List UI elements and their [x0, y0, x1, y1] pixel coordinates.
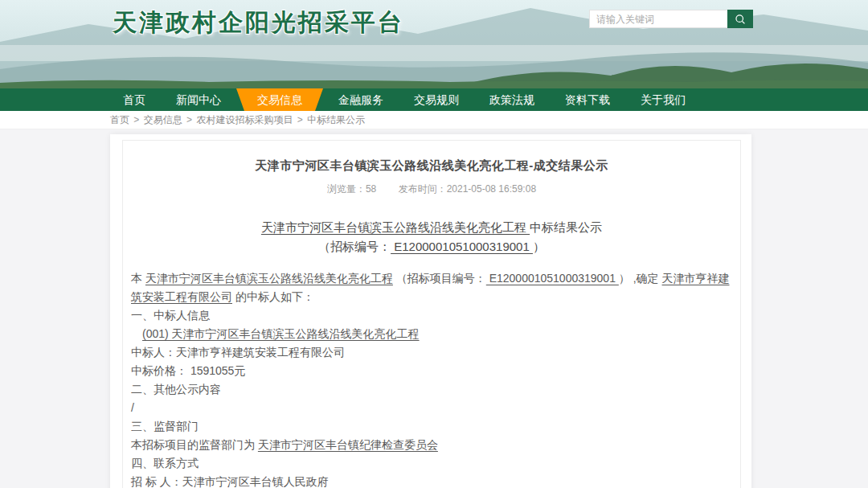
- text-segment: E1200001051000319001: [486, 272, 619, 285]
- site-title: 天津政村企阳光招采平台: [113, 6, 404, 39]
- section-1-heading: 一、中标人信息: [131, 306, 732, 325]
- winning-bid-item: (001) 天津市宁河区丰台镇滨玉公路线沿线美化亮化工程: [131, 325, 732, 343]
- publish-value: 2021-05-08 16:59:08: [447, 183, 536, 195]
- breadcrumb-separator: >: [294, 114, 305, 125]
- text-segment: /: [131, 401, 134, 414]
- section-2-heading: 二、其他公示内容: [131, 380, 732, 399]
- text-segment: 中标结果公示: [530, 220, 602, 234]
- text-segment: 天津市宁河区丰台镇滨玉公路线沿线美化亮化工程: [145, 272, 393, 285]
- section-2-content: /: [131, 399, 732, 417]
- breadcrumb: 首页 > 交易信息 > 农村建设招标采购项目 > 中标结果公示: [0, 111, 868, 129]
- breadcrumb-separator: >: [184, 114, 195, 125]
- breadcrumb-rural-projects[interactable]: 农村建设招标采购项目: [196, 114, 293, 125]
- nav-item-about[interactable]: 关于我们: [625, 88, 701, 111]
- article-meta: 浏览量：58 发布时间：2021-05-08 16:59:08: [131, 182, 732, 196]
- section-4-heading: 四、联系方式: [131, 454, 732, 473]
- subtitle-line-1: 天津市宁河区丰台镇滨玉公路线沿线美化亮化工程 中标结果公示: [131, 218, 732, 237]
- text-segment: ）: [533, 240, 545, 253]
- page-title: 天津市宁河区丰台镇滨玉公路线沿线美化亮化工程-成交结果公示: [131, 158, 732, 174]
- search-box: [589, 10, 753, 28]
- nav-item-home[interactable]: 首页: [108, 88, 161, 111]
- views-value: 58: [366, 183, 376, 195]
- main-nav: 首页 新闻中心 交易信息 金融服务 交易规则 政策法规 资料下载 关于我们: [0, 88, 868, 111]
- publish-time: 发布时间：2021-05-08 16:59:08: [399, 183, 536, 195]
- text-segment: E1200001051000319001: [391, 240, 533, 253]
- breadcrumb-current: 中标结果公示: [307, 114, 365, 125]
- text-segment: （招标编号：: [318, 240, 391, 253]
- breadcrumb-home[interactable]: 首页: [110, 114, 129, 125]
- text-segment: (001) 天津市宁河区丰台镇滨玉公路线沿线美化亮化工程: [142, 327, 420, 340]
- search-button[interactable]: [727, 10, 753, 28]
- text-segment: 三、监督部门: [131, 420, 199, 433]
- text-segment: 招 标 人：天津市宁河区丰台镇人民政府: [131, 475, 329, 488]
- text-segment: 天津市宁河区丰台镇滨玉公路线沿线美化亮化工程: [261, 220, 530, 234]
- text-segment: 四、联系方式: [131, 457, 199, 470]
- paragraph-intro: 本 天津市宁河区丰台镇滨玉公路线沿线美化亮化工程 （招标项目编号： E12000…: [131, 269, 732, 306]
- announcement-body: 本 天津市宁河区丰台镇滨玉公路线沿线美化亮化工程 （招标项目编号： E12000…: [131, 269, 732, 488]
- text-segment: [131, 327, 142, 340]
- text-segment: 本: [131, 272, 145, 285]
- tenderer-line: 招 标 人：天津市宁河区丰台镇人民政府: [131, 473, 732, 488]
- winning-price-line: 中标价格： 1591055元: [131, 362, 732, 380]
- page: 天津政村企阳光招采平台 首页 新闻中心 交易信息 金融服务 交易规则 政策法规 …: [0, 0, 868, 488]
- publish-label: 发布时间：: [399, 183, 447, 195]
- content-panel: 天津市宁河区丰台镇滨玉公路线沿线美化亮化工程-成交结果公示 浏览量：58 发布时…: [110, 134, 751, 488]
- nav-item-policies[interactable]: 政策法规: [474, 88, 550, 111]
- breadcrumb-separator: >: [131, 114, 142, 125]
- supervision-dept-line: 本招标项目的监督部门为 天津市宁河区丰台镇纪律检查委员会: [131, 436, 732, 454]
- text-segment: 中标人：天津市亨祥建筑安装工程有限公司: [131, 346, 345, 359]
- views-count: 浏览量：58: [327, 183, 376, 195]
- announcement-box: 天津市宁河区丰台镇滨玉公路线沿线美化亮化工程-成交结果公示 浏览量：58 发布时…: [122, 140, 741, 488]
- text-segment: （招标项目编号：: [393, 272, 486, 285]
- nav-item-finance[interactable]: 金融服务: [323, 88, 399, 111]
- announcement-subtitle: 天津市宁河区丰台镇滨玉公路线沿线美化亮化工程 中标结果公示 （招标编号： E12…: [131, 218, 732, 256]
- text-segment: 中标价格： 1591055元: [131, 364, 245, 377]
- views-label: 浏览量：: [327, 183, 366, 195]
- section-3-heading: 三、监督部门: [131, 417, 732, 436]
- nav-item-trade-info[interactable]: 交易信息: [236, 88, 323, 111]
- text-segment: ） ,确定: [619, 272, 662, 285]
- text-segment: 一、中标人信息: [131, 309, 210, 322]
- text-segment: 的中标人如下：: [232, 290, 314, 303]
- text-segment: 本招标项目的监督部门为: [131, 438, 258, 451]
- breadcrumb-trade-info[interactable]: 交易信息: [144, 114, 182, 125]
- site-header: 天津政村企阳光招采平台: [0, 0, 868, 88]
- search-icon: [734, 13, 747, 26]
- text-segment: 天津市宁河区丰台镇纪律检查委员会: [258, 438, 438, 451]
- winning-bidder-line: 中标人：天津市亨祥建筑安装工程有限公司: [131, 343, 732, 362]
- nav-item-trade-rules[interactable]: 交易规则: [399, 88, 474, 111]
- main-nav-items: 首页 新闻中心 交易信息 金融服务 交易规则 政策法规 资料下载 关于我们: [108, 88, 868, 111]
- nav-item-downloads[interactable]: 资料下载: [550, 88, 625, 111]
- nav-item-news[interactable]: 新闻中心: [161, 88, 236, 111]
- text-segment: 二、其他公示内容: [131, 383, 221, 396]
- subtitle-line-2: （招标编号： E1200001051000319001 ）: [131, 237, 732, 256]
- search-input[interactable]: [589, 10, 727, 28]
